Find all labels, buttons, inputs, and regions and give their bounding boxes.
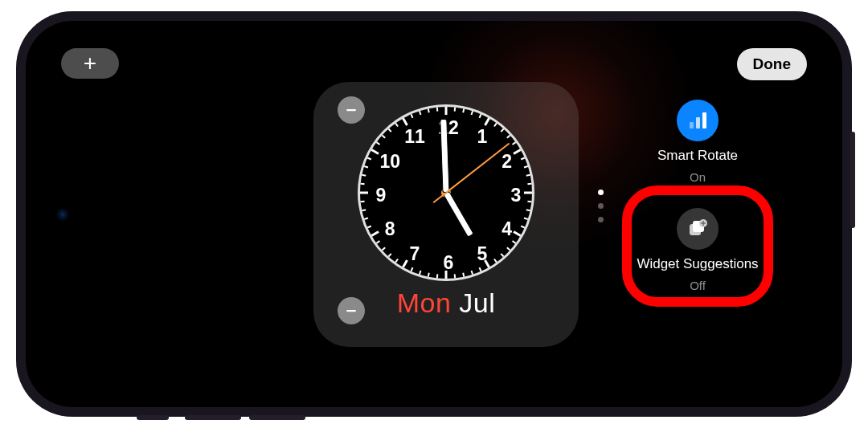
clock-number: 2 [495,151,519,173]
clock-tick [364,218,368,220]
phone-frame: + Done 121234567891011 Mon Jul [16,11,852,417]
clock-tick [367,157,371,161]
clock-tick [527,201,531,203]
clock-tick [501,253,505,257]
widget-stack[interactable]: 121234567891011 Mon Jul [313,82,579,347]
clock-tick [360,201,364,203]
clock-number: 7 [403,243,427,264]
stack-options: Smart Rotate On Widget Suggestions Off [617,100,778,292]
clock-tick [445,107,448,115]
clock-tick [454,274,457,278]
clock-tick [506,135,510,139]
page-dot[interactable] [598,217,604,222]
clock-widget[interactable]: 121234567891011 [358,104,534,281]
clock-tick [362,174,366,177]
clock-tick [501,128,505,132]
stack-plus-icon [677,208,719,250]
clock-tick [362,209,366,211]
clock-tick [479,114,482,118]
clock-number: 6 [436,252,461,274]
clock-tick [419,111,421,115]
clock-tick [376,240,380,244]
dynamic-island [48,170,77,259]
done-label: Done [753,55,792,72]
bars-icon [677,100,719,141]
clock-tick [512,141,516,145]
clock-tick [360,183,364,185]
clock-tick [411,267,414,271]
remove-widget-top-button[interactable] [338,96,365,124]
done-button[interactable]: Done [737,48,808,80]
widget-suggestions-status: Off [690,279,706,292]
clock-number: 9 [369,185,393,206]
clock-tick [388,253,392,257]
clock-tick [428,108,430,112]
page-indicator[interactable] [598,190,604,222]
clock-tick [395,259,399,263]
clock-tick [471,111,473,115]
clock-number: 10 [378,151,402,173]
add-widget-button[interactable]: + [61,48,119,79]
phone-screen: + Done 121234567891011 Mon Jul [26,21,842,407]
date-day: Mon [397,287,452,319]
clock-tick [524,165,528,168]
calendar-widget[interactable]: Mon Jul [397,287,496,319]
clock-number: 5 [470,243,494,264]
clock-tick [462,108,465,112]
clock-tick [512,240,516,244]
power-button [850,132,855,228]
widget-suggestions-label: Widget Suggestions [637,256,758,272]
smart-rotate-label: Smart Rotate [657,148,738,164]
clock-number: 3 [504,185,528,206]
camera-lens [58,210,68,219]
clock-tick [436,107,439,111]
clock-tick [471,271,473,275]
date-month: Jul [459,287,495,319]
plus-icon: + [84,51,96,76]
clock-tick [484,118,490,126]
minus-icon [344,304,358,318]
hour-hand [443,191,474,238]
clock-tick [364,165,368,168]
volume-up-button [185,415,241,420]
clock-tick [436,274,439,278]
clock-number: 8 [378,218,402,240]
clock-tick [382,247,386,251]
page-dot[interactable] [598,190,604,195]
volume-down-button [249,415,305,420]
clock-number: 4 [495,218,519,240]
silence-switch [137,415,169,420]
clock-tick [527,183,531,185]
clock-tick [395,123,399,127]
clock-tick [521,157,525,161]
clock-tick [376,141,380,145]
clock-tick [479,267,482,271]
clock-tick [454,107,457,111]
clock-tick [428,273,430,277]
page-dot[interactable] [598,203,604,209]
remove-widget-bottom-button[interactable] [338,297,365,324]
clock-tick [402,118,408,126]
clock-tick [526,209,530,211]
clock-number: 1 [470,126,494,148]
clock-tick [506,247,510,251]
svg-rect-1 [346,310,356,312]
minus-icon [344,103,358,117]
clock-tick [462,273,465,277]
clock-tick [388,128,392,132]
clock-tick [524,218,528,220]
smart-rotate-status: On [690,170,706,184]
clock-tick [419,271,421,275]
svg-rect-0 [346,109,356,111]
clock-tick [367,226,371,229]
clock-tick [382,135,386,139]
clock-tick [411,114,414,118]
clock-tick [526,174,530,177]
clock-tick [521,226,525,229]
widget-suggestions-toggle[interactable]: Widget Suggestions Off [637,208,758,292]
smart-rotate-toggle[interactable]: Smart Rotate On [657,100,738,184]
clock-number: 11 [403,126,427,148]
clock-tick [360,192,368,194]
